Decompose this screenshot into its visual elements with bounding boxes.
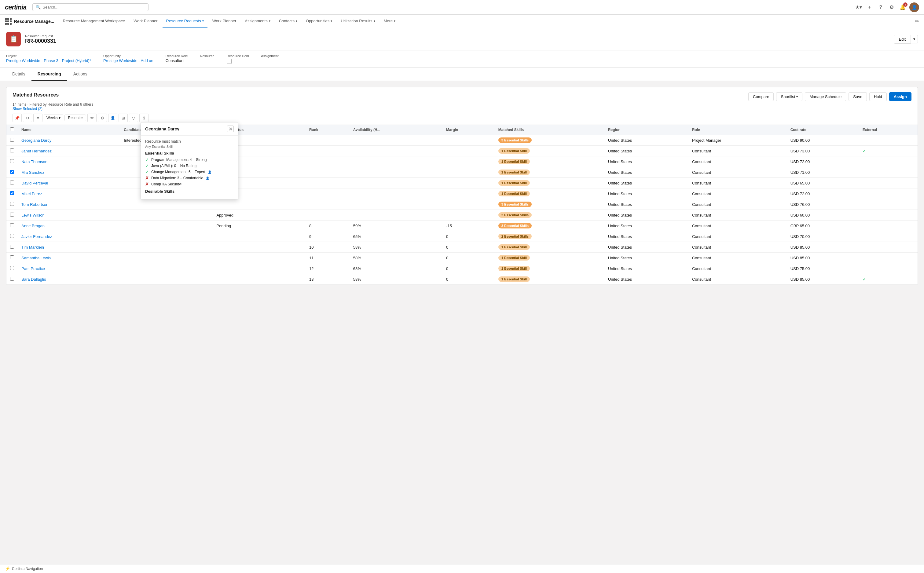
row-checkbox[interactable] bbox=[10, 266, 14, 270]
nav-edit-icon[interactable]: ✏ bbox=[915, 18, 919, 24]
nav-item-resource-management-workspace[interactable]: Resource Management Workspace bbox=[59, 15, 129, 28]
main-content: Matched Resources Compare Shortlist ▾ Ma… bbox=[0, 81, 924, 562]
edit-button[interactable]: Edit bbox=[894, 35, 911, 44]
nav-item-resource-requests[interactable]: Resource Requests ▾ bbox=[163, 15, 207, 28]
edit-button-group: Edit ▾ bbox=[894, 35, 918, 44]
row-checkbox-cell[interactable] bbox=[6, 263, 18, 274]
nav-item-assignments[interactable]: Assignments ▾ bbox=[241, 15, 274, 28]
row-role: Consultant bbox=[688, 167, 787, 178]
select-all-checkbox[interactable] bbox=[10, 127, 14, 132]
project-value[interactable]: Prestige Worldwide - Phase 3 - Project (… bbox=[6, 58, 91, 63]
row-checkbox[interactable] bbox=[10, 245, 14, 249]
row-checkbox-cell[interactable] bbox=[6, 188, 18, 199]
refresh-icon[interactable]: ↺ bbox=[23, 114, 32, 122]
row-checkbox[interactable] bbox=[10, 223, 14, 227]
nav-item-utilization[interactable]: Utilization Results ▾ bbox=[337, 15, 379, 28]
row-checkbox[interactable] bbox=[10, 159, 14, 163]
row-checkbox-cell[interactable] bbox=[6, 199, 18, 210]
row-checkbox-cell[interactable] bbox=[6, 210, 18, 221]
record-type-icon: 📋 bbox=[6, 32, 21, 47]
project-field: Project Prestige Worldwide - Phase 3 - P… bbox=[6, 54, 91, 63]
compare-button[interactable]: Compare bbox=[748, 92, 774, 101]
row-checkbox[interactable] bbox=[10, 213, 14, 216]
show-selected-link[interactable]: Show Selected (2) bbox=[13, 106, 42, 111]
row-cost-rate: USD 90.00 bbox=[787, 135, 859, 146]
row-checkbox[interactable] bbox=[10, 255, 14, 259]
row-checkbox-cell[interactable] bbox=[6, 178, 18, 188]
notifications-icon[interactable]: 🔔 5 bbox=[898, 3, 907, 12]
row-region: United States bbox=[605, 253, 688, 263]
row-checkbox-cell[interactable] bbox=[6, 157, 18, 167]
filter-icon[interactable]: ▽ bbox=[129, 114, 138, 122]
opportunity-value[interactable]: Prestige Worldwide - Add on bbox=[103, 58, 153, 63]
row-region: United States bbox=[605, 178, 688, 188]
info-icon[interactable]: ℹ bbox=[139, 114, 149, 122]
grid-view-icon[interactable]: ⊞ bbox=[119, 114, 128, 122]
pin-icon[interactable]: 📌 bbox=[13, 114, 22, 122]
resource-held-checkbox[interactable] bbox=[227, 59, 232, 64]
nav-item-contacts[interactable]: Contacts ▾ bbox=[275, 15, 301, 28]
col-role: Role bbox=[688, 125, 787, 135]
row-checkbox-cell[interactable] bbox=[6, 146, 18, 157]
row-checkbox-cell[interactable] bbox=[6, 167, 18, 178]
nav-item-work-planner-1[interactable]: Work Planner bbox=[130, 15, 161, 28]
row-external: ✓ bbox=[859, 274, 918, 285]
shortlist-button[interactable]: Shortlist ▾ bbox=[776, 92, 802, 101]
row-checkbox[interactable] bbox=[10, 191, 14, 195]
row-margin bbox=[442, 167, 495, 178]
row-checkbox-cell[interactable] bbox=[6, 221, 18, 231]
row-checkbox-cell[interactable] bbox=[6, 242, 18, 253]
row-checkbox[interactable] bbox=[10, 149, 14, 152]
hold-button[interactable]: Hold bbox=[869, 92, 887, 101]
col-availability: Availability (H... bbox=[349, 125, 442, 135]
nav-item-work-planner-2[interactable]: Work Planner bbox=[209, 15, 240, 28]
app-logo: certinia bbox=[5, 3, 26, 11]
row-region: United States bbox=[605, 210, 688, 221]
chevron-down-icon-opportunities: ▾ bbox=[330, 19, 332, 23]
assign-button[interactable]: Assign bbox=[889, 92, 911, 101]
row-checkbox[interactable] bbox=[10, 202, 14, 206]
user-avatar[interactable]: 👤 bbox=[909, 2, 919, 12]
manage-schedule-button[interactable]: Manage Schedule bbox=[805, 92, 846, 101]
row-checkbox[interactable] bbox=[10, 170, 14, 174]
row-region: United States bbox=[605, 263, 688, 274]
gear-icon[interactable]: ⚙ bbox=[98, 114, 107, 122]
grid-menu-icon[interactable] bbox=[5, 18, 12, 25]
tab-actions[interactable]: Actions bbox=[67, 68, 94, 81]
select-all-header[interactable] bbox=[6, 125, 18, 135]
save-button[interactable]: Save bbox=[849, 92, 867, 101]
tab-resourcing[interactable]: Resourcing bbox=[31, 68, 67, 81]
row-checkbox[interactable] bbox=[10, 234, 14, 238]
check-icon: ✓ bbox=[145, 157, 149, 162]
add-icon[interactable]: + bbox=[865, 3, 874, 12]
row-cost-rate: USD 73.00 bbox=[787, 146, 859, 157]
row-checkbox-cell[interactable] bbox=[6, 231, 18, 242]
row-checkbox-cell[interactable] bbox=[6, 253, 18, 263]
popup-close-button[interactable]: ✕ bbox=[227, 125, 234, 132]
row-external bbox=[859, 199, 918, 210]
row-checkbox-cell[interactable] bbox=[6, 274, 18, 285]
row-external bbox=[859, 210, 918, 221]
row-cost-rate: USD 85.00 bbox=[787, 253, 859, 263]
nav-item-opportunities[interactable]: Opportunities ▾ bbox=[302, 15, 336, 28]
edit-dropdown-button[interactable]: ▾ bbox=[911, 35, 918, 43]
row-checkbox[interactable] bbox=[10, 277, 14, 281]
row-checkbox[interactable] bbox=[10, 180, 14, 185]
weeks-select[interactable]: Weeks ▾ bbox=[44, 114, 63, 121]
row-checkbox[interactable] bbox=[10, 138, 14, 142]
tab-details[interactable]: Details bbox=[6, 68, 31, 81]
settings-icon[interactable]: ⚙ bbox=[887, 3, 896, 12]
nav-item-more[interactable]: More ▾ bbox=[380, 15, 399, 28]
row-checkbox-cell[interactable] bbox=[6, 135, 18, 146]
help-icon[interactable]: ? bbox=[876, 3, 885, 12]
search-bar[interactable]: 🔍 bbox=[32, 3, 149, 11]
favorites-icon[interactable]: ★▾ bbox=[854, 3, 863, 12]
app-title: Resource Manage... bbox=[14, 19, 55, 24]
person-icon[interactable]: 👤 bbox=[108, 114, 117, 122]
resource-held-field: Resource Held bbox=[227, 54, 249, 64]
visibility-icon[interactable]: 👁 bbox=[88, 114, 97, 122]
search-input[interactable] bbox=[42, 5, 145, 9]
popup-title: Georgiana Darcy bbox=[145, 127, 227, 132]
columns-icon[interactable]: ≡ bbox=[33, 114, 42, 122]
recenter-button[interactable]: Recenter bbox=[64, 114, 86, 121]
